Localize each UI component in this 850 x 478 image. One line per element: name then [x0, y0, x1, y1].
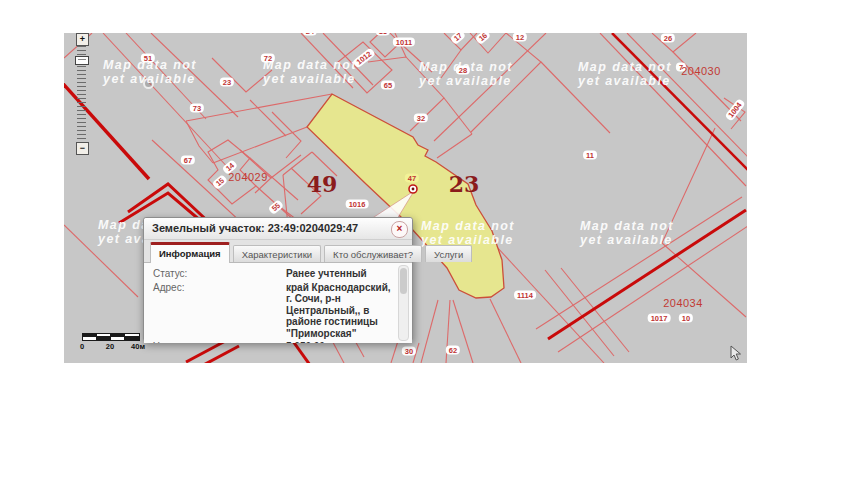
- info-row: Уточненная площадь:5 650.00 кв. м: [153, 341, 398, 343]
- popup-title: Земельный участок: 23:49:0204029:47: [144, 218, 412, 240]
- zoom-out-button[interactable]: −: [76, 142, 89, 155]
- scrollbar: [398, 265, 409, 341]
- scale-tick-20: 20: [106, 342, 114, 351]
- parcel-info-popup: Земельный участок: 23:49:0204029:47 × Ин…: [143, 217, 413, 342]
- popup-body: Статус:Ранее учтенныйАдрес:край Краснода…: [144, 263, 412, 343]
- popup-tab-1[interactable]: Информация: [150, 242, 230, 263]
- zoom-slider-handle[interactable]: [75, 56, 89, 65]
- info-row: Статус:Ранее учтенный: [153, 268, 398, 280]
- popup-tab-2[interactable]: Характеристики: [233, 245, 321, 262]
- scrollbar-thumb[interactable]: [400, 268, 407, 294]
- popup-tab-3[interactable]: Кто обслуживает?: [324, 245, 422, 262]
- popup-tab-bar: ИнформацияХарактеристикиКто обслуживает?…: [144, 240, 412, 263]
- scale-tick-40: 40м: [131, 342, 145, 351]
- close-icon[interactable]: ×: [391, 221, 408, 238]
- scale-bar: [82, 333, 140, 341]
- zoom-in-button[interactable]: +: [76, 33, 89, 46]
- scale-tick-0: 0: [80, 342, 84, 351]
- info-row: Адрес:край Краснодарский, г. Сочи, р-н Ц…: [153, 282, 398, 340]
- popup-tab-4[interactable]: Услуги: [425, 245, 472, 262]
- cadastral-map-app: Map data notyet availableMap data notyet…: [0, 0, 850, 478]
